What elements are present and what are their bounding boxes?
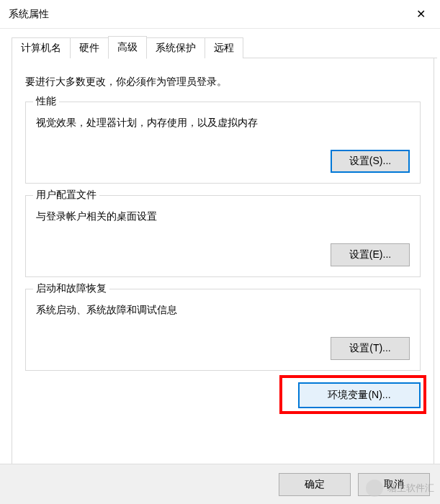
user-profiles-settings-button[interactable]: 设置(E)...	[331, 243, 410, 266]
tab-advanced[interactable]: 高级	[108, 36, 147, 59]
ok-button[interactable]: 确定	[279, 473, 351, 496]
tab-computer-name[interactable]: 计算机名	[12, 37, 71, 58]
group-performance-desc: 视觉效果，处理器计划，内存使用，以及虚拟内存	[36, 117, 410, 130]
dialog-footer: 确定 取消 塘主软件汇	[0, 464, 440, 504]
env-row: 环境变量(N)...	[25, 382, 421, 408]
intro-text: 要进行大多数更改，你必须作为管理员登录。	[25, 76, 421, 89]
group-user-profiles: 用户配置文件 与登录帐户相关的桌面设置 设置(E)...	[25, 195, 421, 277]
group-user-profiles-title: 用户配置文件	[33, 189, 99, 202]
close-icon[interactable]: ✕	[410, 4, 431, 24]
group-performance: 性能 视觉效果，处理器计划，内存使用，以及虚拟内存 设置(S)...	[25, 102, 421, 184]
group-startup-recovery-title: 启动和故障恢复	[33, 282, 109, 295]
tab-strip: 计算机名 硬件 高级 系统保护 远程	[12, 36, 431, 58]
group-performance-title: 性能	[33, 95, 59, 108]
group-startup-recovery-desc: 系统启动、系统故障和调试信息	[36, 304, 410, 317]
group-startup-recovery: 启动和故障恢复 系统启动、系统故障和调试信息 设置(T)...	[25, 289, 421, 371]
tab-hardware[interactable]: 硬件	[70, 37, 109, 58]
tab-panel-advanced: 要进行大多数更改，你必须作为管理员登录。 性能 视觉效果，处理器计划，内存使用，…	[12, 58, 434, 469]
group-user-profiles-desc: 与登录帐户相关的桌面设置	[36, 210, 410, 223]
titlebar: 系统属性 ✕	[0, 0, 440, 29]
cancel-button[interactable]: 取消	[358, 473, 430, 496]
startup-recovery-settings-button[interactable]: 设置(T)...	[331, 337, 410, 360]
tab-system-protection[interactable]: 系统保护	[146, 37, 205, 58]
window-title: 系统属性	[9, 8, 49, 21]
tab-remote[interactable]: 远程	[205, 37, 243, 58]
performance-settings-button[interactable]: 设置(S)...	[331, 150, 410, 173]
environment-variables-button[interactable]: 环境变量(N)...	[298, 382, 421, 408]
content-area: 计算机名 硬件 高级 系统保护 远程 要进行大多数更改，你必须作为管理员登录。 …	[0, 29, 440, 469]
